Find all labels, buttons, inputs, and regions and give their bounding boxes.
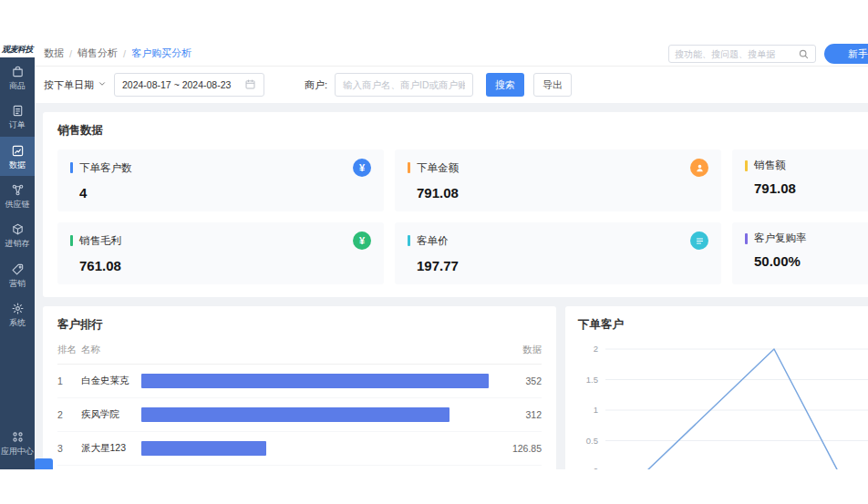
date-type-select[interactable]: 按下单日期 <box>44 78 107 92</box>
stat-accent-bar <box>745 160 748 171</box>
stat-value: 4 <box>70 185 371 201</box>
rank-bar-track <box>141 374 489 388</box>
svg-text:1: 1 <box>594 405 598 415</box>
ranking-table-header: 排名 名称 数据 <box>57 344 542 365</box>
rank-bar <box>141 407 450 422</box>
date-type-label: 按下单日期 <box>44 78 94 92</box>
svg-text:2: 2 <box>594 344 598 354</box>
stat-label: 销售毛利 <box>79 234 121 248</box>
column-name: 名称 <box>81 344 141 356</box>
stat-value: 791.08 <box>408 185 708 201</box>
export-button[interactable]: 导出 <box>533 73 572 97</box>
stat-card-1: 下单金额791.08 <box>395 149 721 211</box>
screenshot-root: 观麦科技 商品订单数据供应链进销存营销系统应用中心 数据 / 销售分析 / 客户… <box>0 0 868 504</box>
rank-number: 1 <box>57 375 81 386</box>
calendar-icon <box>244 78 256 92</box>
breadcrumb-data[interactable]: 数据 <box>44 46 64 60</box>
order-customers-card: 下单客户 00.511.522024-08-172024-08-182024-0… <box>565 306 868 469</box>
date-range-value: 2024-08-17 ~ 2024-08-23 <box>122 79 231 90</box>
stat-label: 销售额 <box>754 159 786 172</box>
main-area: 数据 / 销售分析 / 客户购买分析 新手引导 按下单日期 <box>35 41 868 469</box>
ranking-row: 3派大星123126.85 <box>57 432 542 466</box>
stat-label: 客单价 <box>417 234 449 248</box>
rank-bar-track <box>141 441 489 456</box>
svg-text:0.5: 0.5 <box>586 436 598 446</box>
content-area: 销售数据 下单客户数¥4下单金额791.08销售额791.08销售毛利¥761.… <box>35 103 868 469</box>
app-center-grid-icon <box>11 430 25 444</box>
stat-value: 761.08 <box>70 258 371 273</box>
marketing-tag-icon <box>11 262 25 276</box>
stat-label: 客户复购率 <box>754 231 807 245</box>
sidebar-item-app-center[interactable]: 应用中心 <box>0 423 35 462</box>
stat-accent-bar <box>408 235 410 246</box>
customer-name: 派大星123 <box>81 442 141 455</box>
merchant-label: 商户: <box>305 78 327 92</box>
line-chart-svg: 00.511.522024-08-172024-08-182024-08-192… <box>578 338 868 469</box>
ranking-row: 1白金史莱克352 <box>57 365 542 398</box>
sidebar-item-label: 商品 <box>0 81 35 90</box>
stat-label: 下单客户数 <box>79 161 132 175</box>
breadcrumb: 数据 / 销售分析 / 客户购买分析 <box>44 46 191 60</box>
yen-circle-icon: ¥ <box>353 231 371 250</box>
filter-bar: 按下单日期 2024-08-17 ~ 2024-08-23 商户: 搜索 导出 <box>35 67 868 103</box>
supply-chain-icon <box>11 183 25 197</box>
sidebar-item-label: 系统 <box>0 318 35 327</box>
search-icon[interactable] <box>798 48 810 60</box>
rank-bar <box>141 374 489 388</box>
sidebar-item-label: 订单 <box>0 120 35 129</box>
customer-name: 疾风学院 <box>81 408 141 421</box>
breadcrumb-separator: / <box>69 48 72 59</box>
date-range-input[interactable]: 2024-08-17 ~ 2024-08-23 <box>114 73 264 97</box>
stat-value: 791.08 <box>745 180 868 196</box>
order-doc-icon <box>11 104 25 118</box>
ranking-rows: 1白金史莱克3522疾风学院3123派大星123126.854海绵宝宝0.23 <box>57 365 542 469</box>
svg-text:0: 0 <box>594 466 598 469</box>
guide-button[interactable]: 新手引导 <box>824 44 868 64</box>
breadcrumb-sales-analysis[interactable]: 销售分析 <box>78 46 118 60</box>
system-gear-icon <box>11 302 25 315</box>
sales-data-card: 销售数据 下单客户数¥4下单金额791.08销售额791.08销售毛利¥761.… <box>43 112 868 297</box>
sales-data-title: 销售数据 <box>57 123 868 139</box>
global-search-input[interactable] <box>675 49 798 59</box>
rank-number: 3 <box>57 443 81 454</box>
rank-value: 312 <box>498 409 542 420</box>
list-circle-icon <box>690 231 708 250</box>
goods-box-icon <box>11 65 25 78</box>
rank-value: 126.85 <box>498 443 542 454</box>
rank-bar <box>141 441 266 456</box>
stat-accent-bar <box>408 162 410 173</box>
stat-card-5: 客户复购率50.00% <box>732 222 868 284</box>
order-customers-line-chart: 00.511.522024-08-172024-08-182024-08-192… <box>578 338 868 469</box>
sidebar-item-6[interactable]: 系统 <box>0 294 35 334</box>
data-chart-icon <box>11 144 25 158</box>
column-rank: 排名 <box>57 344 81 356</box>
stat-value: 197.77 <box>408 258 708 273</box>
bottom-row: 客户排行 排名 名称 数据 1白金史莱克3522疾风学院3123派大星12312… <box>43 306 868 469</box>
sidebar-item-1[interactable]: 订单 <box>0 97 35 136</box>
sidebar-item-5[interactable]: 营销 <box>0 255 35 294</box>
breadcrumb-customer-purchase-analysis[interactable]: 客户购买分析 <box>131 46 191 60</box>
topbar: 数据 / 销售分析 / 客户购买分析 新手引导 <box>35 41 868 67</box>
merchant-search-input[interactable] <box>335 73 473 97</box>
sidebar-item-0[interactable]: 商品 <box>0 57 35 97</box>
stat-accent-bar <box>70 235 73 246</box>
inventory-cube-icon <box>11 222 25 236</box>
ranking-row: 4海绵宝宝0.23 <box>57 466 542 469</box>
stat-accent-bar <box>745 233 748 244</box>
stat-card-2: 销售额791.08 <box>732 149 868 211</box>
svg-text:1.5: 1.5 <box>586 375 598 385</box>
sidebar-item-label: 数据 <box>0 160 35 170</box>
rank-number: 2 <box>57 409 81 420</box>
sidebar-item-4[interactable]: 进销存 <box>0 215 35 254</box>
user-circle-icon <box>690 159 708 177</box>
sidebar-item-2[interactable]: 数据 <box>0 137 35 176</box>
column-value: 数据 <box>522 344 542 356</box>
sidebar-item-label: 营销 <box>0 279 35 288</box>
sidebar-item-3[interactable]: 供应链 <box>0 176 35 215</box>
search-button[interactable]: 搜索 <box>486 73 524 97</box>
stat-value: 50.00% <box>745 253 868 269</box>
breadcrumb-separator: / <box>123 48 126 59</box>
rank-bar-track <box>141 407 489 422</box>
customer-ranking-title: 客户排行 <box>57 317 542 333</box>
floating-widget[interactable] <box>35 458 53 469</box>
